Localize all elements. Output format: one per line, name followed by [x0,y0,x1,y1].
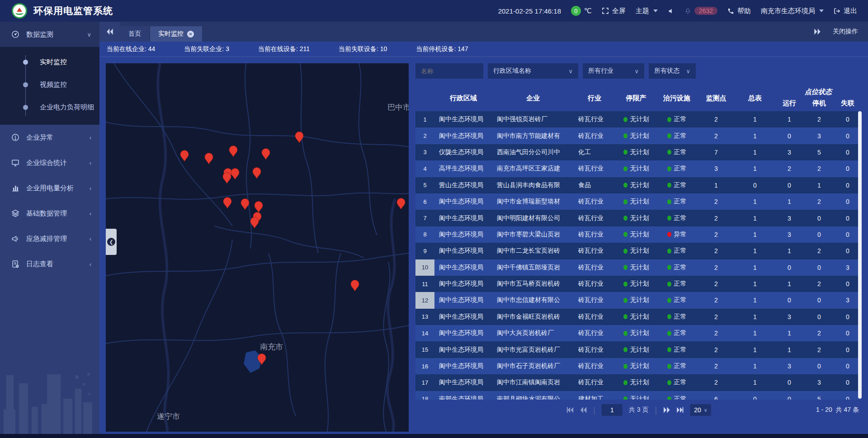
table-body: 1 阆中生态环境局 阆中强锐页岩砖厂 砖瓦行业 无计划 正常 2 1 1 2 0… [415,111,862,400]
region-filter-select[interactable]: 行政区域名称 ∨ [488,63,578,79]
tab-close-icon[interactable]: ✕ [187,31,194,38]
status-dot-green [623,249,627,254]
tabs-scroll-left-button[interactable] [99,22,120,42]
cell-total-meters: 1 [736,341,774,358]
row-number: 8 [415,226,434,243]
sidebar-group-6[interactable]: 日志查看 ‹ [0,251,99,277]
status-dot-green [623,265,627,270]
table-row[interactable]: 17 阆中生态环境局 阆中市江南镇阆南页岩 砖瓦行业 无计划 正常 2 1 0 … [415,374,862,391]
cell-region: 阆中生态环境局 [434,341,492,358]
notifications[interactable]: 2632 [684,7,717,15]
cell-company: 南充市高坪区王家店建 [492,160,574,177]
table-scrollbar[interactable] [858,111,862,399]
top-header: 环保用电监管系统 2021-02-25 17:46:18 0 ℃ 全屏 主题 [0,0,868,22]
cell-limit-status: 无计划 [615,160,657,177]
cell-stopped: 3 [804,374,834,391]
org-dropdown[interactable]: 南充市生态环境局 [761,7,824,15]
next-page-button[interactable] [663,407,670,413]
cell-total-meters: 1 [736,292,774,308]
chevron-down-icon: ∨ [568,68,573,75]
table-row[interactable]: 2 阆中生态环境局 阆中市南方节能建材有 砖瓦行业 无计划 正常 2 1 0 3… [415,127,862,144]
panel-collapse-button[interactable]: ❮ [106,229,117,255]
double-chevron-right-icon[interactable] [814,28,821,35]
status-dot-green [623,380,627,385]
tab-0[interactable]: 首页 [120,26,149,42]
cell-facility-status: 正常 [657,341,697,358]
cell-lost: 0 [834,358,861,374]
cell-running: 0 [774,259,804,276]
sidebar-group-3[interactable]: 企业用电量分析 ‹ [0,175,99,201]
sidebar-group-1[interactable]: 企业异常 ‹ [0,125,99,150]
cell-facility-status: 正常 [657,193,697,210]
table-row[interactable]: 6 阆中生态环境局 阆中市金博瑞新型墙材 砖瓦行业 无计划 正常 2 1 1 2… [415,193,862,210]
logout-button[interactable]: 退出 [834,7,857,15]
table-row[interactable]: 4 高坪生态环境局 南充市高坪区王家店建 砖瓦行业 无计划 正常 3 1 2 2… [415,160,862,177]
table-row[interactable]: 12 阆中生态环境局 阆中市忠信建材有限公 砖瓦行业 无计划 正常 2 1 0 … [415,292,862,308]
cell-total-meters: 1 [736,276,774,292]
page-size-select[interactable]: 20 ∨ [690,404,711,416]
table-row[interactable]: 7 阆中生态环境局 阆中明阳建材有限公司 砖瓦行业 无计划 正常 2 1 3 0… [415,210,862,226]
sidebar-group-0[interactable]: 数据监测 ∨ [0,22,99,47]
sidebar-subitem[interactable]: 视频监控 [0,73,99,96]
cell-company: 阆中强锐页岩砖厂 [492,111,574,127]
table-row[interactable]: 9 阆中生态环境局 阆中市二龙长宝页岩砖 砖瓦行业 无计划 正常 2 1 1 2… [415,243,862,259]
cell-company: 南部县砌块水泥有限公 [492,391,574,400]
megaphone-icon [11,234,20,243]
tab-1[interactable]: 实时监控 ✕ [150,26,202,42]
gauge-icon [11,30,20,39]
cell-industry: 砖瓦行业 [574,160,615,177]
cell-monitor-points: 2 [697,292,736,308]
industry-filter-select[interactable]: 所有行业 ∨ [583,63,644,79]
table-row[interactable]: 13 阆中生态环境局 阆中市金福旺页岩机砖 砖瓦行业 无计划 正常 2 1 3 … [415,309,862,325]
table-row[interactable]: 1 阆中生态环境局 阆中强锐页岩砖厂 砖瓦行业 无计划 正常 2 1 1 2 0 [415,111,862,127]
table-row[interactable]: 14 阆中生态环境局 阆中大兴页岩机砖厂 砖瓦行业 无计划 正常 2 1 1 2… [415,325,862,341]
sidebar-subitem[interactable]: 实时监控 [0,51,99,73]
alert-circle-icon [11,133,20,142]
mute-button[interactable] [668,8,675,14]
status-dot-green [667,133,671,138]
cell-facility-status: 正常 [657,276,697,292]
cell-facility-status: 正常 [657,243,697,259]
last-page-button[interactable] [677,407,684,413]
cell-running: 0 [774,177,804,193]
sidebar-group-5[interactable]: 应急减排管理 ‹ [0,226,99,251]
row-number: 18 [415,391,434,400]
map-city-label: 遂宁市 [157,412,180,421]
help-button[interactable]: 帮助 [727,7,751,15]
col-header: 行业 [574,85,615,111]
close-operations-button[interactable]: 关闭操作 [833,28,858,36]
horizontal-scrollbar-track[interactable] [0,434,868,438]
table-row[interactable]: 5 营山生态环境局 营山县润丰肉食品有限 食品 无计划 正常 1 0 0 1 0 [415,177,862,193]
status-dot-green [667,314,671,319]
table-row[interactable]: 3 仪陇生态环境局 西南油气田分公司川中 化工 无计划 正常 7 1 3 5 0 [415,144,862,160]
theme-dropdown[interactable]: 主题 [636,7,658,15]
sidebar-group-4[interactable]: 基础数据管理 ‹ [0,201,99,226]
chevron-down-icon: ∨ [686,68,690,75]
name-filter-input[interactable] [415,63,483,79]
prev-page-button[interactable] [580,407,587,413]
sidebar-subitem[interactable]: 企业电力负荷明细 [0,96,99,118]
map-panel[interactable]: 巴中市南充市遂宁市 [106,63,409,432]
cell-industry: 砖瓦行业 [574,374,615,391]
table-row[interactable]: 16 阆中生态环境局 阆中市石子页岩机砖厂 砖瓦行业 无计划 正常 2 1 3 … [415,358,862,374]
record-range-label: 1 - 20 共 47 条 [816,406,862,414]
chevron-down-icon: ∨ [704,407,708,413]
status-filter-select[interactable]: 所有状态 ∨ [649,63,696,79]
table-row[interactable]: 15 阆中生态环境局 阆中市光富页岩机砖厂 砖瓦行业 无计划 正常 2 1 1 … [415,341,862,358]
sidebar-group-label: 企业异常 [26,133,53,142]
table-row[interactable]: 8 阆中生态环境局 阆中市枣碧大梁山页岩 砖瓦行业 无计划 异常 2 1 3 0… [415,226,862,243]
status-dot-green [667,331,671,336]
logout-icon [834,8,840,14]
fullscreen-button[interactable]: 全屏 [602,7,626,15]
cell-region: 南部生态环境局 [434,391,492,400]
table-row[interactable]: 10 阆中生态环境局 阆中千佛镇五郎垭页岩 砖瓦行业 无计划 正常 2 1 0 … [415,259,862,276]
first-page-button[interactable] [566,407,573,413]
sidebar-group-2[interactable]: 企业综合统计 ‹ [0,150,99,175]
status-dot-green [623,216,627,221]
row-number: 4 [415,160,434,177]
page-number-input[interactable]: 1 [602,404,623,416]
table-row[interactable]: 11 阆中生态环境局 阆中市五马桥页岩机砖 砖瓦行业 无计划 正常 2 1 1 … [415,276,862,292]
row-number: 2 [415,127,434,144]
row-number: 11 [415,276,434,292]
table-row[interactable]: 18 南部生态环境局 南部县砌块水泥有限公 建材加工 无计划 正常 6 0 0 … [415,391,862,400]
